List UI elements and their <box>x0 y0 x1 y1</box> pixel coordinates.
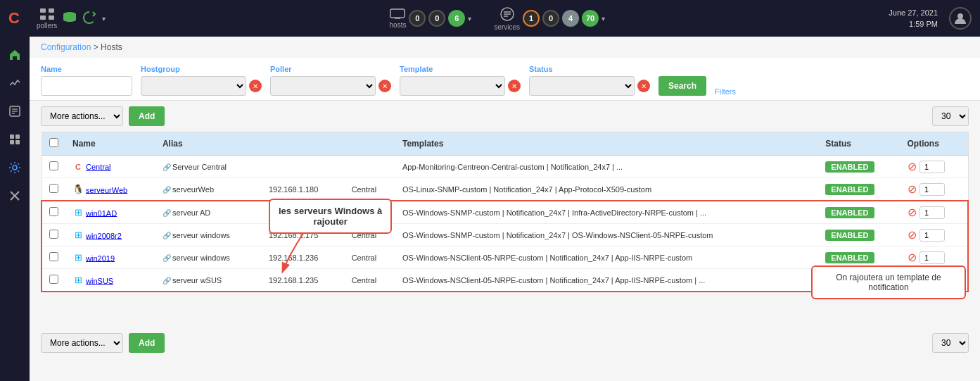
sidebar-item-home[interactable] <box>2 42 27 68</box>
host-name-link[interactable]: win2019 <box>86 254 115 262</box>
annotation-callout-1: les serveurs Windows à rajouter <box>269 199 392 234</box>
services-badge-70[interactable]: 70 <box>582 10 599 27</box>
sidebar-item-monitoring[interactable] <box>2 70 27 96</box>
order-input[interactable] <box>919 229 945 242</box>
order-input[interactable] <box>919 251 945 264</box>
th-checkbox <box>42 132 65 156</box>
alias-link-icon: 🔗 <box>163 232 171 239</box>
poller-select[interactable] <box>270 76 376 96</box>
row-status: ENABLED <box>818 224 900 246</box>
pollers-btn[interactable]: pollers <box>37 8 57 30</box>
svg-rect-19 <box>15 140 20 144</box>
add-button-top[interactable]: Add <box>129 106 165 126</box>
pollers-chevron-icon[interactable]: ▾ <box>102 15 106 23</box>
select-all-checkbox[interactable] <box>49 138 58 147</box>
services-icon[interactable]: services <box>494 6 520 31</box>
hosts-icon[interactable]: hosts <box>390 8 407 29</box>
row-checkbox[interactable] <box>49 207 58 216</box>
services-chevron-icon[interactable]: ▾ <box>602 15 605 23</box>
services-monitor: services 1 0 4 70 ▾ <box>494 6 605 31</box>
status-select[interactable] <box>529 76 635 96</box>
svg-rect-2 <box>40 15 46 20</box>
sidebar-item-tools[interactable] <box>2 183 27 208</box>
search-button[interactable]: Search <box>658 76 706 96</box>
hosts-badge-0b[interactable]: 0 <box>428 10 445 27</box>
per-page-select-top[interactable]: 30 <box>932 106 969 126</box>
sidebar-item-dashboard[interactable] <box>2 127 27 152</box>
delete-icon[interactable]: ⊘ <box>908 251 917 264</box>
template-clear-btn[interactable]: ✕ <box>508 80 521 92</box>
th-status: Status <box>818 132 900 156</box>
alias-link-icon: 🔗 <box>163 209 171 217</box>
hosts-chevron-icon[interactable]: ▾ <box>468 15 471 23</box>
filter-row: Name Hostgroup ✕ Poller ✕ <box>41 65 969 96</box>
row-checkbox[interactable] <box>49 161 58 170</box>
order-input[interactable] <box>919 183 945 196</box>
filter-poller-label: Poller <box>270 65 391 73</box>
main-content: Configuration > Hosts Name Hostgroup ✕ <box>30 37 980 381</box>
order-input[interactable] <box>919 161 945 173</box>
row-templates: OS-Windows-SNMP-custom | Notification_24… <box>395 224 818 246</box>
hosts-monitor: hosts 0 0 6 ▾ <box>390 8 472 29</box>
sidebar-item-reports[interactable] <box>2 99 27 124</box>
row-alias: 🔗serveur windows <box>155 224 262 246</box>
row-name: ⊞ winSUS <box>65 269 155 292</box>
add-button-bottom[interactable]: Add <box>129 333 165 353</box>
status-badge: ENABLED <box>825 184 874 195</box>
actions-bar-bottom: More actions... Add 30 <box>30 327 980 358</box>
row-checkbox[interactable] <box>49 275 58 284</box>
template-select[interactable] <box>400 76 505 96</box>
datetime-display: June 27, 2021 1:59 PM <box>889 7 938 30</box>
db-btn[interactable] <box>63 11 77 25</box>
services-badge-1[interactable]: 1 <box>523 10 540 27</box>
host-name-link[interactable]: win01AD <box>86 208 117 217</box>
name-input[interactable] <box>41 76 132 96</box>
row-options: ⊘ <box>901 201 968 224</box>
row-poller: Central <box>345 269 395 292</box>
delete-icon[interactable]: ⊘ <box>908 206 917 219</box>
th-name: Name <box>65 132 155 156</box>
host-name-link[interactable]: serveurWeb <box>86 185 127 194</box>
svg-rect-17 <box>15 135 20 139</box>
hosts-badge-0a[interactable]: 0 <box>409 10 426 27</box>
th-ip <box>262 132 345 156</box>
sidebar-item-config[interactable] <box>2 155 27 180</box>
row-poller <box>345 156 395 178</box>
hosts-badge-6[interactable]: 6 <box>448 10 465 27</box>
row-checkbox[interactable] <box>49 252 58 261</box>
filter-status-label: Status <box>529 65 650 73</box>
poller-clear-btn[interactable]: ✕ <box>378 80 391 92</box>
row-checkbox[interactable] <box>49 184 58 193</box>
filters-link[interactable]: Filters <box>715 87 736 96</box>
filter-bar: Name Hostgroup ✕ Poller ✕ <box>30 58 980 101</box>
row-poller: Central <box>345 246 395 269</box>
services-badge-4[interactable]: 4 <box>562 10 579 27</box>
hostgroup-clear-btn[interactable]: ✕ <box>249 80 262 92</box>
app-logo[interactable]: C <box>8 9 20 27</box>
delete-icon[interactable]: ⊘ <box>908 228 917 242</box>
row-checkbox[interactable] <box>49 230 58 239</box>
row-ip <box>262 156 345 178</box>
row-name: ⊞ win2008r2 <box>65 224 155 246</box>
breadcrumb-config[interactable]: Configuration <box>41 42 91 52</box>
refresh-btn[interactable] <box>82 11 96 26</box>
order-input[interactable] <box>919 206 945 219</box>
filter-name-label: Name <box>41 65 132 73</box>
user-avatar[interactable] <box>949 7 972 30</box>
more-actions-select-bottom[interactable]: More actions... <box>41 333 123 353</box>
hostgroup-select[interactable] <box>141 76 246 96</box>
more-actions-select[interactable]: More actions... <box>41 106 123 126</box>
status-clear-btn[interactable]: ✕ <box>637 80 650 92</box>
delete-icon[interactable]: ⊘ <box>908 182 917 196</box>
row-alias: 🔗serveur windows <box>155 246 262 269</box>
th-alias: Alias <box>155 132 262 156</box>
host-name-link[interactable]: winSUS <box>86 276 113 285</box>
row-alias: 🔗serveur AD <box>155 201 262 224</box>
host-name-link[interactable]: Central <box>86 163 110 171</box>
per-page-select-bottom[interactable]: 30 <box>932 333 969 353</box>
filter-template-label: Template <box>400 65 521 73</box>
row-templates: OS-Windows-SNMP-custom | Notification_24… <box>395 201 818 224</box>
host-name-link[interactable]: win2008r2 <box>86 231 122 239</box>
delete-icon[interactable]: ⊘ <box>908 160 917 173</box>
services-badge-0[interactable]: 0 <box>542 10 559 27</box>
